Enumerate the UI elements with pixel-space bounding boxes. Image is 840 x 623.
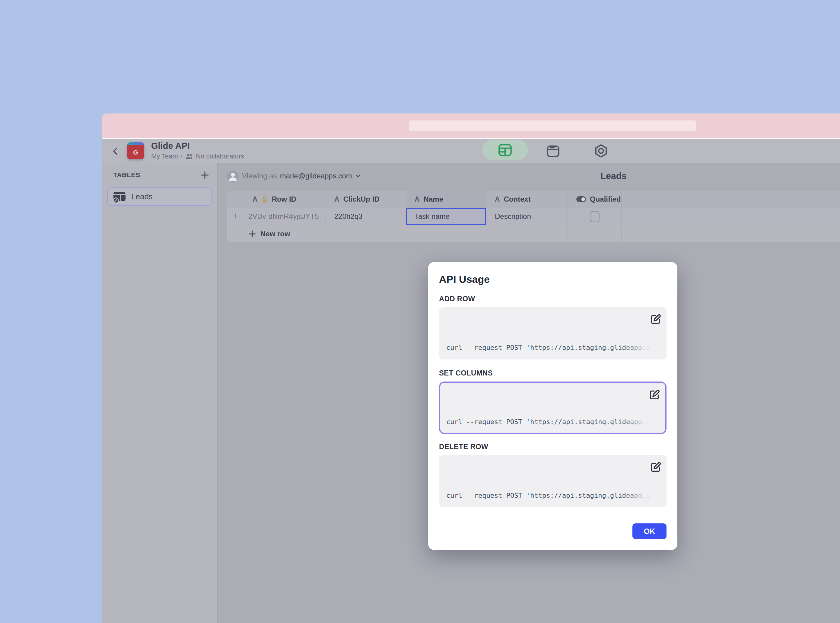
settings-nut-icon: [593, 144, 609, 159]
cell-context[interactable]: Description: [486, 208, 568, 225]
viewing-as-control[interactable]: Viewing as marie@glideapps.com: [242, 172, 360, 180]
column-header-clickup-id[interactable]: A ClickUp ID: [326, 191, 406, 208]
dialog-footer: OK: [439, 523, 667, 539]
nav-tab-layout[interactable]: [545, 143, 561, 159]
ok-button[interactable]: OK: [632, 523, 667, 539]
column-label: Name: [424, 195, 443, 203]
app-logo-gradient: [127, 142, 144, 145]
page-title: Leads: [601, 171, 627, 181]
chevron-left-icon: [111, 146, 120, 156]
table-grid-icon: [498, 143, 513, 158]
people-icon: [185, 153, 193, 160]
sidebar-item-label: Leads: [131, 192, 153, 201]
sidebar: TABLES Leads: [102, 163, 218, 623]
section-label: DELETE ROW: [439, 442, 667, 451]
team-name[interactable]: My Team: [151, 152, 178, 160]
collaborators-label: No collaborators: [196, 152, 244, 160]
column-header-context[interactable]: A Context: [486, 191, 568, 208]
edit-pencil-icon: [650, 313, 662, 325]
section-label: ADD ROW: [439, 295, 667, 303]
column-label: Row ID: [272, 195, 296, 203]
desktop: G Glide API My Team · No collaborators: [0, 0, 840, 623]
cell-value: Description: [495, 212, 531, 221]
edit-code-button[interactable]: [650, 313, 662, 325]
nav-tab-data-selected[interactable]: [482, 140, 528, 160]
boolean-type-icon: [576, 196, 586, 202]
new-row-cell[interactable]: [568, 225, 622, 242]
avatar: [227, 170, 239, 182]
app-logo-icon: G: [127, 142, 144, 160]
cell-clickup-id[interactable]: 220h2q3: [326, 208, 406, 225]
text-type-icon: A: [253, 195, 258, 203]
column-label: Qualified: [590, 195, 621, 203]
new-row-cell[interactable]: [406, 225, 486, 242]
text-type-icon: A: [334, 195, 339, 203]
column-header-row-id[interactable]: A Row ID: [227, 191, 326, 208]
edit-pencil-icon: [650, 461, 662, 473]
plus-icon: [248, 230, 256, 238]
url-bar[interactable]: [409, 120, 696, 131]
app-subtitle: My Team · No collaborators: [151, 152, 244, 160]
edit-pencil-icon: [648, 389, 661, 401]
add-row-section: ADD ROW curl --request POST 'https://api…: [439, 295, 667, 359]
delete-row-code-block[interactable]: curl --request POST 'https://api.staging…: [439, 455, 667, 507]
column-header-qualified[interactable]: Qualified: [568, 191, 622, 208]
column-header-empty[interactable]: [622, 191, 840, 208]
browser-titlebar: [102, 114, 840, 138]
nav-tab-settings[interactable]: [593, 143, 609, 159]
viewing-as-prefix: Viewing as: [242, 172, 277, 180]
app-logo-letter: G: [127, 145, 144, 160]
new-row-label: New row: [261, 230, 290, 238]
back-button[interactable]: [111, 146, 120, 156]
column-label: ClickUp ID: [343, 195, 380, 203]
new-row-button[interactable]: New row: [227, 225, 326, 242]
set-columns-code-block-focused[interactable]: curl --request POST 'https://api.staging…: [439, 382, 667, 434]
sidebar-item-leads[interactable]: Leads: [107, 187, 212, 206]
cell-value: Task name: [415, 212, 449, 221]
checkbox-unchecked[interactable]: [590, 211, 599, 222]
edit-code-button[interactable]: [648, 389, 661, 401]
add-row-code-block[interactable]: curl --request POST 'https://api.staging…: [439, 307, 667, 359]
viewing-as-email: marie@glideapps.com: [280, 172, 352, 180]
column-label: Context: [504, 195, 531, 203]
edit-code-button[interactable]: [650, 461, 662, 473]
set-columns-section: SET COLUMNS curl --request POST 'https:/…: [439, 369, 667, 434]
column-header-name[interactable]: A Name: [406, 191, 486, 208]
data-toolbar: Viewing as marie@glideapps.com Leads: [218, 163, 840, 191]
data-table: A Row ID A ClickUp ID A Name: [227, 191, 840, 242]
lock-icon: [262, 196, 268, 203]
add-table-button[interactable]: [200, 170, 209, 180]
text-type-icon: A: [415, 195, 420, 203]
cell-name-selected[interactable]: Task name: [406, 208, 486, 225]
app-title: Glide API: [151, 141, 190, 151]
cell-row-id[interactable]: 1 2VDv-dNmR4yjsJYT5·: [227, 208, 326, 225]
section-label: SET COLUMNS: [439, 369, 667, 377]
cell-qualified[interactable]: [568, 208, 622, 225]
new-row-cell[interactable]: [326, 225, 406, 242]
browser-window-icon: [546, 144, 561, 158]
person-icon: [227, 170, 239, 182]
app-header: G Glide API My Team · No collaborators: [102, 139, 840, 163]
row-number: 1: [234, 213, 237, 220]
tables-header-row: TABLES: [113, 170, 209, 180]
cell-value: 220h2q3: [334, 212, 362, 221]
chevron-down-icon: [355, 174, 360, 178]
tables-section-label: TABLES: [113, 171, 140, 179]
delete-row-section: DELETE ROW curl --request POST 'https://…: [439, 442, 667, 507]
new-row-cell[interactable]: [622, 225, 840, 242]
dialog-title: API Usage: [439, 273, 667, 285]
text-type-icon: A: [495, 195, 500, 203]
api-usage-dialog: API Usage ADD ROW curl --request POST 'h…: [428, 262, 678, 550]
dot-separator: ·: [181, 152, 182, 160]
cell-empty: [622, 208, 840, 225]
table-item-icon: [113, 190, 126, 203]
new-row-cell[interactable]: [486, 225, 568, 242]
cell-value: 2VDv-dNmR4yjsJYT5·: [248, 212, 321, 221]
